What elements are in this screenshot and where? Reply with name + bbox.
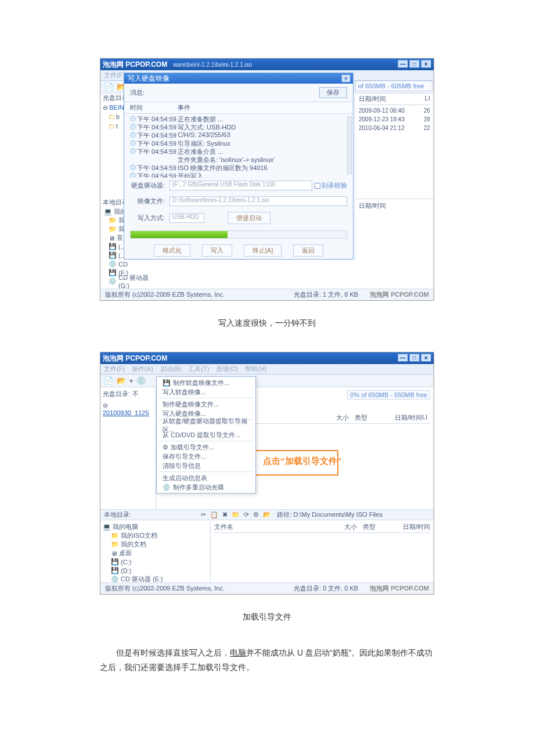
link-computer[interactable]: 电脑 (230, 648, 246, 657)
image-path-input[interactable]: D:\Software\beini-1.2.1\beini-1.2.1.iso (169, 196, 347, 206)
menu-item[interactable]: 写入软盘映像... (157, 387, 255, 397)
watermark-logo: 泡泡网 PCPOP.COM (370, 584, 429, 593)
copyright: 版权所有 (c)2002-2009 EZB Systems, Inc. (105, 290, 225, 299)
col-date: 日期/时间 (384, 523, 430, 531)
menu-file[interactable]: 文件(F) (104, 71, 125, 80)
toolbar: 📄 📂 ▾ 💿 (100, 375, 434, 387)
tree-item[interactable]: 💿CD 驱动器 (G:) (100, 277, 158, 286)
col-time: 时间 (130, 103, 178, 112)
format-button[interactable]: 格式化 (154, 244, 190, 257)
menu-item[interactable]: 保存引导文件... (157, 452, 255, 461)
toolbar-icons[interactable]: ✂ 📋 ✖ 📁 ⟳ ⚙ 📂 (201, 511, 272, 519)
col-size: 大小 (328, 413, 349, 422)
tree-item[interactable]: 🗀 b (103, 112, 124, 121)
progress-bar (130, 231, 347, 239)
minimize-button[interactable]: — (398, 354, 408, 362)
screenshot-load-boot: 泡泡网 PCPOP.COM — □ × 文件(F) 操作(A) 启动(B) 工具… (100, 352, 434, 595)
close-button[interactable]: × (421, 354, 431, 362)
menu-item[interactable]: 制作硬盘映像文件... (157, 399, 255, 409)
col-l: LI (425, 95, 430, 103)
log-list: ⓘ下午 04:54:59正在准备数据 ... ⓘ下午 04:54:59写入方式:… (124, 114, 353, 178)
local-dir-label: 本地目录: (104, 510, 131, 519)
tree-item[interactable]: 💾(D:) (103, 566, 208, 575)
list-item[interactable]: 2010-06-04 21:1222 (359, 125, 430, 134)
mode-select[interactable]: USB-HDD (169, 213, 204, 223)
menu-tool[interactable]: 工具(T) (188, 365, 209, 373)
tree-item[interactable]: 📁我的ISO文档 (103, 531, 208, 540)
title-path: ware\beini-1.2.1\beini-1.2.1.iso (173, 62, 252, 68)
folder-icon: 🗀 (109, 113, 115, 120)
body-paragraph: 但是有时候选择直接写入之后，电脑并不能成功从 U 盘启动“奶瓶”。因此如果制作不… (100, 646, 434, 675)
maximize-button[interactable]: □ (409, 60, 420, 68)
save-button[interactable]: 保存 (319, 87, 347, 98)
tree-item[interactable]: 💾(C:) (103, 557, 208, 566)
open-icon[interactable]: 📂 (117, 376, 126, 386)
log-row: ⓘ下午 04:54:59ISO 映像文件的扇区数为 94016 (130, 164, 347, 172)
info-icon: ⓘ (130, 123, 136, 131)
local-path: 路径: D:\My Documents\My ISO Files (277, 510, 383, 519)
col-filename: 文件名 (214, 523, 336, 531)
col-size: 大小 (336, 523, 357, 531)
disc-file-count: 光盘目录: 1 文件, 8 KB (294, 290, 358, 299)
maximize-button[interactable]: □ (409, 354, 420, 362)
info-icon: ⓘ (130, 172, 136, 178)
menu-item[interactable]: 💿制作多重启动光碟 (157, 483, 255, 492)
drive-label: 硬盘驱动器: (130, 181, 165, 190)
col-type: 类型 (363, 523, 384, 531)
write-button[interactable]: 写入 (202, 244, 232, 257)
tree-item[interactable]: 🗀 t (103, 121, 124, 131)
menu-item[interactable]: 💾制作软盘映像文件... (157, 378, 255, 387)
info-icon: ⓘ (130, 164, 136, 172)
log-row: ⓘ下午 04:54:59正在准备数据 ... (130, 115, 347, 123)
drive-select[interactable]: (F:, 2 GB)General USB Flash Disk 1100 (169, 181, 312, 190)
quick-boot-button[interactable]: 便捷启动 (228, 212, 270, 224)
local-dir-bar: 本地目录: ✂ 📋 ✖ 📁 ⟳ ⚙ 📂 路径: D:\My Documents\… (100, 509, 434, 520)
menu-action[interactable]: 操作(A) (132, 365, 153, 373)
tree-item[interactable]: ⊖ BEINI (103, 103, 124, 112)
log-row: ⓘ下午 04:54:59开始写入 ... (130, 172, 347, 178)
info-icon: ⓘ (130, 139, 136, 147)
menu-option[interactable]: 选项(O) (216, 365, 238, 373)
menu-bar: 文件(F) 操作(A) 启动(B) 工具(T) 选项(O) 帮助(H) (100, 364, 434, 375)
disc-icon[interactable]: 💿 (136, 376, 146, 386)
window-titlebar: 泡泡网 PCPOP.COM — □ × (100, 352, 434, 364)
status-bar: 版权所有 (c)2002-2009 EZB Systems, Inc. 光盘目录… (100, 289, 434, 300)
tree-item[interactable]: 20100930_1125 (103, 409, 149, 416)
list-item[interactable]: 2009-12-23 19:4328 (359, 116, 430, 125)
menu-item[interactable]: 清除引导信息 (157, 461, 255, 470)
col-type: 类型 (355, 413, 376, 422)
col-l: LI (422, 413, 430, 422)
menu-boot[interactable]: 启动(B) (160, 365, 182, 373)
scrollbar[interactable] (347, 116, 352, 174)
list-item[interactable]: 2009-09-12 06:4026 (359, 107, 430, 116)
capacity-bar: 0% of 650MB - 650MB free (347, 390, 430, 399)
tree-item[interactable]: 📁我的文档 (103, 540, 208, 549)
menu-file[interactable]: 文件(F) (104, 365, 125, 373)
new-icon[interactable]: 📄 (104, 376, 113, 386)
log-row: ⓘ下午 04:54:59写入方式: USB-HDD (130, 123, 347, 131)
info-icon: ⓘ (130, 115, 136, 123)
minimize-button[interactable]: — (398, 60, 408, 68)
copyright: 版权所有 (c)2002-2009 EZB Systems, Inc. (105, 584, 225, 593)
log-row: ⓘ下午 04:54:59C/H/S: 243/255/63 (130, 131, 347, 139)
verify-checkbox[interactable]: 刻录校验 (315, 181, 347, 190)
close-button[interactable]: × (421, 60, 431, 68)
disc-file-count: 光盘目录: 0 文件, 0 KB (294, 584, 358, 593)
log-row: 文件夹重命名: 'isolinux'-> syslinux' (130, 156, 347, 164)
new-icon[interactable]: 📄 (104, 82, 113, 92)
menu-item[interactable]: 从软盘/硬盘驱动器提取引导扇区... (157, 421, 255, 430)
dialog-close-button[interactable]: × (341, 74, 351, 82)
back-button[interactable]: 返回 (293, 244, 323, 257)
right-panel: of 650MB - 605MB free 日期/时间LI 2009-09-12… (355, 81, 434, 261)
watermark-logo: 泡泡网 PCPOP.COM (370, 290, 429, 299)
menu-help[interactable]: 帮助(H) (245, 365, 266, 373)
stop-button[interactable]: 终止[A] (244, 244, 282, 257)
capacity-bar: of 650MB - 605MB free (355, 81, 432, 91)
log-row: ⓘ下午 04:54:59引导扇区: Syslinux (130, 139, 347, 147)
menu-item-load-boot[interactable]: ⚙加载引导文件... (157, 442, 255, 452)
info-icon: ⓘ (130, 131, 136, 139)
tree-item[interactable]: 🖥桌面 (103, 549, 208, 557)
disc-dir-label: 光盘目录: (103, 390, 130, 398)
menu-item[interactable]: 生成启动信息表 (157, 473, 255, 483)
tree-item[interactable]: 💻我的电脑 (103, 523, 208, 531)
